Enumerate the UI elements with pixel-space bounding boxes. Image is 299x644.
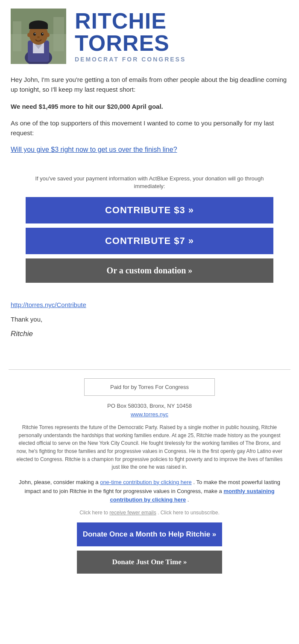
actblue-note: If you've saved your payment information… (26, 175, 273, 190)
header-title: RITCHIE TORRES DEMOCRAT FOR CONGRESS (75, 10, 186, 63)
footer-bio: Ritchie Torres represents the future of … (13, 424, 286, 471)
signature-area: http://torres.nyc/Contribute Thank you, … (0, 296, 299, 357)
contribute-link[interactable]: http://torres.nyc/Contribute (11, 301, 86, 308)
goal-strong: We need $1,495 more to hit our $20,000 A… (11, 103, 163, 110)
contribute-7-button[interactable]: CONTRIBUTE $7 » (26, 228, 273, 254)
closing-text: Thank you, (11, 314, 288, 324)
cta-link-paragraph: Will you give $3 right now to get us ove… (11, 145, 288, 155)
contribute-3-button[interactable]: CONTRIBUTE $3 » (26, 197, 273, 223)
footer-website: www.torres.nyc (13, 411, 286, 418)
body-content: Hey John, I'm sure you're getting a ton … (0, 70, 299, 171)
footer-cta-part3: . (188, 496, 189, 503)
cta-link[interactable]: Will you give $3 right now to get us ove… (11, 146, 177, 153)
one-time-link[interactable]: one-time contribution by clicking here (100, 479, 192, 485)
svg-rect-10 (29, 25, 48, 29)
fewer-emails-link[interactable]: receive fewer emails (109, 510, 156, 516)
paid-for-text: Paid for by Torres For Congress (110, 384, 189, 390)
paid-for-box: Paid for by Torres For Congress (84, 378, 215, 396)
greeting-text: Hey John, I'm sure you're getting a ton … (11, 75, 288, 95)
custom-donation-button[interactable]: Or a custom donation » (26, 258, 273, 283)
goal-text: We need $1,495 more to hit our $20,000 A… (11, 102, 288, 111)
footer-cta-part1: John, please, consider making a (19, 479, 98, 485)
signature-name: Ritchie (11, 328, 288, 339)
candidate-photo (11, 9, 66, 64)
footer-unsubscribe: Click here to receive fewer emails . Cli… (13, 510, 286, 516)
donate-onetime-button[interactable]: Donate Just One Time » (77, 551, 222, 574)
svg-rect-3 (53, 17, 64, 51)
svg-point-16 (27, 33, 31, 37)
footer-address: PO Box 580303, Bronx, NY 10458 (13, 403, 286, 409)
svg-point-15 (37, 36, 40, 38)
svg-point-13 (35, 33, 35, 34)
cta-section: If you've saved your payment information… (0, 171, 299, 296)
candidate-name: RITCHIE TORRES (75, 10, 186, 54)
email-container: RITCHIE TORRES DEMOCRAT FOR CONGRESS Hey… (0, 0, 299, 582)
footer-cta-text: John, please, consider making a one-time… (13, 478, 286, 505)
contribute-url: http://torres.nyc/Contribute (11, 300, 288, 310)
donate-monthly-button[interactable]: Donate Once a Month to Help Ritchie » (77, 522, 222, 546)
website-link[interactable]: www.torres.nyc (131, 411, 168, 418)
header: RITCHIE TORRES DEMOCRAT FOR CONGRESS (0, 0, 299, 70)
svg-point-12 (41, 33, 44, 36)
candidate-subtitle: DEMOCRAT FOR CONGRESS (75, 56, 186, 63)
personal-note: As one of the top supporters of this mov… (11, 118, 288, 138)
svg-point-11 (33, 33, 36, 36)
svg-point-17 (46, 33, 50, 37)
footer: Paid for by Torres For Congress PO Box 5… (0, 378, 299, 582)
section-divider (9, 369, 290, 370)
svg-point-14 (42, 33, 43, 34)
svg-rect-2 (13, 21, 21, 51)
